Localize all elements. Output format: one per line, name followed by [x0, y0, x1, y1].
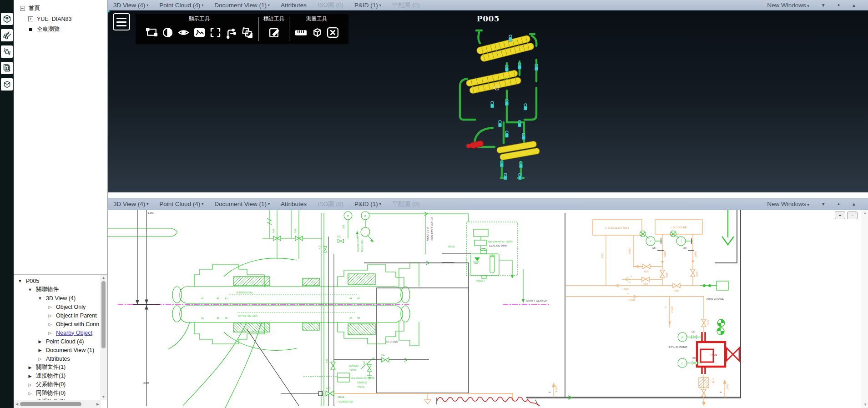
- pid-zoom-out-button[interactable]: -: [847, 212, 858, 219]
- frame-icon[interactable]: [145, 25, 158, 40]
- contrast-icon[interactable]: [161, 25, 174, 40]
- tree-item-全廠瀏覽[interactable]: 全廠瀏覽: [14, 24, 107, 35]
- horizontal-scroll-thumb[interactable]: [20, 402, 81, 406]
- new-windows-button[interactable]: New Windows ▾: [767, 201, 809, 207]
- leaf-arrow-icon[interactable]: ▷: [37, 357, 43, 361]
- tree-item-YUE_DIAN83[interactable]: +YUE_DIAN83: [14, 14, 107, 24]
- cube-icon[interactable]: [1, 13, 13, 25]
- st-lo-pump-highlight[interactable]: P005: [697, 332, 739, 374]
- open-arrow-icon[interactable]: ▼: [17, 279, 23, 283]
- cube3d-icon[interactable]: [310, 25, 323, 40]
- lo-cooler-circuit[interactable]: L.O.COOLER_NO.2 L.O.COOLER: [565, 220, 709, 332]
- object-tree-item[interactable]: ▷同階物件(0): [14, 389, 101, 398]
- tree-item-首頁[interactable]: −首頁: [14, 3, 107, 14]
- heat-exchanger-mid[interactable]: [466, 69, 522, 94]
- object-tree-item-label[interactable]: Nearby Object: [56, 330, 92, 336]
- tab-point-cloud-4[interactable]: Point Cloud (4)▾: [159, 2, 203, 9]
- scroll-down-icon[interactable]: ▼: [100, 394, 107, 400]
- close-icon[interactable]: [326, 25, 339, 40]
- object-tree-item[interactable]: ▷Object Only: [14, 302, 101, 311]
- new-windows-button[interactable]: New Windows ▾: [767, 2, 809, 9]
- closed-arrow-icon[interactable]: ▶: [37, 348, 43, 353]
- object-tree-item[interactable]: ▷Object with Conn: [14, 320, 101, 328]
- dock-up-icon[interactable]: ▲: [852, 201, 856, 207]
- brackets-icon[interactable]: [208, 25, 222, 40]
- collapse-box-icon[interactable]: −: [20, 6, 25, 11]
- tab-3d-view-4[interactable]: 3D View (4)▾: [113, 2, 148, 9]
- tab-attributes[interactable]: Attributes: [281, 2, 307, 9]
- leaf-arrow-icon[interactable]: ▷: [47, 322, 53, 327]
- object-tree-item[interactable]: ▷父系物件(0): [14, 380, 101, 389]
- expand-box-icon[interactable]: +: [28, 16, 33, 21]
- object-tree-item-label[interactable]: Object in Parent: [56, 312, 97, 319]
- leaf-arrow-icon[interactable]: ▷: [27, 383, 33, 387]
- object-tree-item-label[interactable]: 3D View (4): [46, 295, 76, 302]
- object-tree-item[interactable]: ▶連接物件(1): [14, 372, 101, 380]
- scroll-left-icon[interactable]: ◀: [14, 402, 20, 406]
- dock-up-icon[interactable]: ▲: [852, 3, 856, 8]
- leaf-arrow-icon[interactable]: ▷: [47, 313, 53, 318]
- pid-scroll-up-icon[interactable]: ▲: [862, 210, 868, 217]
- object-tree-item-label[interactable]: Point Cloud (4): [46, 338, 84, 345]
- object-tree-item-label[interactable]: 關聯文件(1): [36, 363, 66, 371]
- restore-dot-icon[interactable]: ●: [838, 3, 840, 7]
- closed-arrow-icon[interactable]: ▶: [27, 374, 33, 378]
- ruler-icon[interactable]: [294, 25, 308, 40]
- object-tree-item[interactable]: ▷Attributes: [14, 354, 101, 363]
- open-arrow-icon[interactable]: ▼: [37, 296, 43, 301]
- pid-drawing[interactable]: 3.0M 3.5M: [108, 210, 868, 408]
- tab-point-cloud-4[interactable]: Point Cloud (4)▾: [159, 201, 203, 207]
- pid-zoom-in-button[interactable]: +: [835, 212, 845, 219]
- restore-dot-icon[interactable]: ●: [838, 202, 840, 207]
- menu-hamburger-button[interactable]: [113, 13, 130, 30]
- leaf-arrow-icon[interactable]: ▷: [47, 305, 53, 309]
- palette-icon[interactable]: [240, 25, 254, 40]
- pipeline-icon[interactable]: [224, 25, 238, 40]
- dock-down-icon[interactable]: ▼: [821, 3, 826, 8]
- dock-down-icon[interactable]: ▼: [821, 201, 826, 207]
- object-tree-item[interactable]: ▼3D View (4): [14, 294, 101, 302]
- object-tree-item[interactable]: ▼P005: [14, 277, 101, 285]
- object-tree-item-label[interactable]: 連接物件(1): [36, 372, 66, 380]
- object-tree-horizontal-scrollbar[interactable]: ◀ ▶: [14, 400, 101, 408]
- object-tree-item[interactable]: ▶Point Cloud (4): [14, 337, 101, 346]
- wire-box-icon[interactable]: [1, 78, 13, 91]
- heat-exchanger-top[interactable]: [476, 35, 535, 63]
- tab-document-view-1[interactable]: Document View (1)▾: [214, 201, 270, 207]
- scroll-up-icon[interactable]: ▲: [100, 275, 107, 281]
- object-tree-item-label[interactable]: Object Only: [56, 304, 86, 310]
- object-tree-item[interactable]: ▶Document View (1): [14, 346, 101, 354]
- object-tree-item[interactable]: ▷Nearby Object: [14, 328, 101, 337]
- image-icon[interactable]: [192, 25, 206, 40]
- tab-p-id-1[interactable]: P&ID (1)▾: [354, 2, 381, 9]
- closed-arrow-icon[interactable]: ▶: [37, 339, 43, 344]
- scan-rotate-icon[interactable]: [1, 45, 13, 58]
- object-tree-item[interactable]: ▷Object in Parent: [14, 311, 101, 320]
- open-arrow-icon[interactable]: ▼: [27, 287, 33, 292]
- tab-attributes[interactable]: Attributes: [281, 201, 307, 207]
- tab-p-id-1[interactable]: P&ID (1)▾: [354, 201, 381, 207]
- scroll-right-icon[interactable]: ▶: [95, 402, 101, 406]
- tab-3d-view-4[interactable]: 3D View (4)▾: [113, 201, 148, 207]
- leaf-arrow-icon[interactable]: ▷: [27, 391, 33, 396]
- object-tree-vertical-scrollbar[interactable]: ▲ ▼: [100, 275, 107, 400]
- pipes-icon[interactable]: [1, 29, 13, 41]
- object-tree-item-label[interactable]: Object with Conn: [56, 321, 99, 327]
- object-tree-item-label[interactable]: 同階物件(0): [36, 389, 66, 397]
- edit-icon[interactable]: [267, 25, 281, 40]
- tab-document-view-1[interactable]: Document View (1)▾: [214, 2, 270, 9]
- object-tree-item-label[interactable]: P005: [26, 278, 39, 284]
- object-tree-item-label[interactable]: Attributes: [46, 356, 70, 362]
- pid-vertical-scrollbar[interactable]: ▲ ▼: [862, 210, 868, 408]
- pid-scroll-down-icon[interactable]: ▼: [862, 402, 868, 408]
- closed-arrow-icon[interactable]: ▶: [27, 365, 33, 370]
- viewer-3d-canvas[interactable]: P005 顯示工具標註工具測量工具: [108, 10, 868, 192]
- object-tree-item-label[interactable]: 父系物件(0): [36, 381, 66, 388]
- seal-oil-tank[interactable]: [466, 222, 517, 278]
- object-tree-item[interactable]: ▼關聯物件: [14, 285, 101, 294]
- doc-search-icon[interactable]: [1, 62, 13, 74]
- object-tree-item-label[interactable]: 關聯物件: [36, 286, 59, 293]
- eye-icon[interactable]: [177, 25, 190, 40]
- vertical-scroll-thumb[interactable]: [101, 281, 106, 348]
- object-tree-item-label[interactable]: Document View (1): [46, 347, 94, 353]
